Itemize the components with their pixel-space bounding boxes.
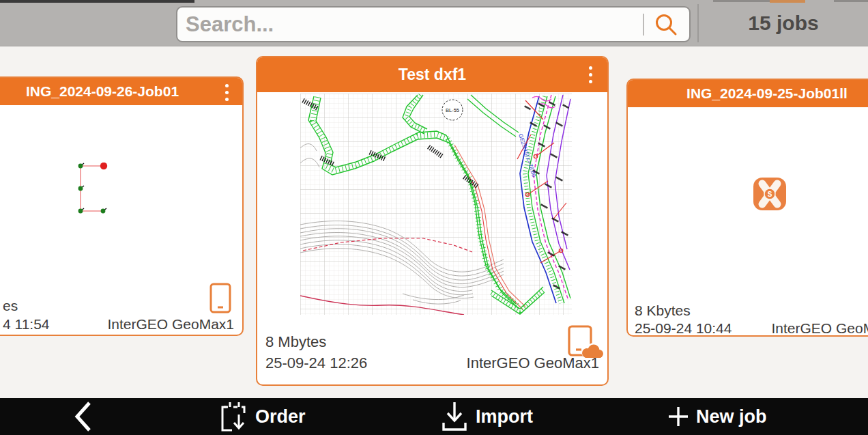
search-divider bbox=[643, 14, 644, 36]
new-job-label: New job bbox=[696, 406, 767, 427]
back-button[interactable] bbox=[74, 398, 93, 435]
xpad-logo-icon: S bbox=[753, 178, 786, 210]
job-size-fragment: es bbox=[3, 298, 18, 314]
job-date-fragment: 4 11:54 bbox=[3, 316, 50, 333]
search-box bbox=[176, 6, 691, 42]
app-screen: 15 jobs ING_2024-09-26-Job01 bbox=[0, 0, 868, 435]
order-button[interactable]: Order bbox=[218, 398, 306, 435]
new-job-button[interactable]: New job bbox=[667, 398, 767, 435]
job-date: 25-09-24 12:26 bbox=[265, 354, 367, 372]
order-icon bbox=[218, 401, 248, 432]
import-label: Import bbox=[476, 406, 533, 427]
bottom-bar: Order Import New job bbox=[0, 398, 868, 435]
import-icon bbox=[440, 401, 469, 432]
plus-icon bbox=[667, 406, 689, 427]
more-options-icon bbox=[589, 66, 592, 70]
cad-drawing-preview: BL-55 GE25(15) L=78.80 bbox=[300, 94, 572, 315]
search-icon bbox=[653, 12, 679, 38]
job-card-center-header: Test dxf1 bbox=[257, 57, 607, 92]
top-bar: 15 jobs bbox=[0, 0, 868, 46]
job-card-left-menu-button[interactable] bbox=[225, 84, 229, 101]
status-strip-left bbox=[0, 0, 194, 3]
order-label: Order bbox=[255, 406, 306, 427]
job-card-left[interactable]: ING_2024-09-26-Job01 es bbox=[0, 76, 244, 336]
xpad-logo-letter: S bbox=[768, 191, 772, 198]
job-author: InterGEO GeoMax1 bbox=[107, 316, 234, 333]
job-card-center[interactable]: Test dxf1 bbox=[256, 56, 609, 386]
job-size: 8 Mbytes bbox=[265, 333, 326, 351]
job-card-right-title: ING_2024-09-25-Job01ll bbox=[628, 80, 868, 107]
job-card-center-title: Test dxf1 bbox=[257, 57, 607, 92]
cad-circle-label: BL-55 bbox=[446, 107, 459, 113]
back-icon bbox=[74, 401, 93, 432]
job-card-right-header: ING_2024-09-25-Job01ll bbox=[628, 80, 868, 107]
job-card-left-title: ING_2024-09-26-Job01 bbox=[0, 78, 242, 105]
job-card-center-menu-button[interactable] bbox=[589, 66, 592, 83]
jobs-count-label: 15 jobs bbox=[701, 0, 865, 46]
job-preview-polyline bbox=[77, 163, 111, 216]
import-button[interactable]: Import bbox=[440, 398, 533, 435]
job-date: 25-09-24 10:44 bbox=[635, 320, 732, 337]
tablet-icon bbox=[209, 283, 232, 314]
job-author: InterGEO GeoMax1 bbox=[467, 354, 599, 372]
job-author: InterGEO GeoMax1 bbox=[771, 320, 868, 337]
job-card-right[interactable]: ING_2024-09-25-Job01ll S 8 Kbytes 25-09-… bbox=[626, 79, 868, 337]
search-button[interactable] bbox=[652, 12, 680, 38]
search-input[interactable] bbox=[186, 9, 629, 40]
more-options-icon bbox=[225, 84, 229, 87]
top-bar-separator bbox=[697, 4, 699, 42]
job-card-left-header: ING_2024-09-26-Job01 bbox=[0, 78, 242, 105]
job-size: 8 Kbytes bbox=[635, 303, 691, 319]
